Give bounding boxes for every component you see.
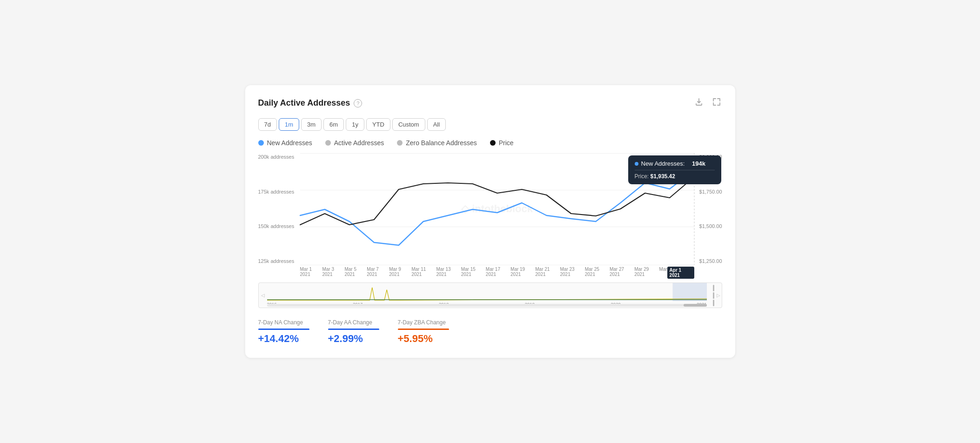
filter-6m[interactable]: 6m <box>323 118 344 131</box>
filter-1y[interactable]: 1y <box>346 118 364 131</box>
grid-line-4 <box>300 265 694 265</box>
legend-dot-price <box>490 140 496 146</box>
mini-chart-svg <box>267 283 707 301</box>
stat-na-value: +14.42% <box>258 333 309 345</box>
x-label-2: Mar 5 2021 <box>344 267 367 279</box>
hover-dot-black <box>692 175 697 179</box>
stat-zba-label: 7-Day ZBA Change <box>398 319 449 326</box>
header-actions <box>693 96 722 110</box>
legend-active-addresses: Active Addresses <box>325 139 384 147</box>
legend-label-new: New Addresses <box>267 139 312 147</box>
y-right-1750: $1,750.00 <box>694 189 722 195</box>
x-label-11: Mar 23 2021 <box>560 267 585 279</box>
legend-label-price: Price <box>499 139 514 147</box>
mini-left-handle[interactable]: ◁ <box>259 283 267 308</box>
stat-aa-value: +2.99% <box>328 333 379 345</box>
y-right-2000: $2,000.00 <box>694 154 722 160</box>
stat-na-bar <box>258 329 309 330</box>
y-label-175k: 175k addresses <box>258 189 300 195</box>
mini-chart[interactable]: ◁ 2016 2017 2018 2019 2020 2021 ▷ <box>258 282 722 308</box>
legend-new-addresses: New Addresses <box>258 139 312 147</box>
x-label-5: Mar 11 2021 <box>411 267 436 279</box>
legend-dot-new <box>258 140 264 146</box>
x-label-7: Mar 15 2021 <box>461 267 486 279</box>
x-label-8: Mar 17 2021 <box>486 267 510 279</box>
x-label-9: Mar 19 2021 <box>510 267 535 279</box>
stat-na-change: 7-Day NA Change +14.42% <box>258 319 309 345</box>
y-right-1250: $1,250.00 <box>694 258 722 264</box>
stats-section: 7-Day NA Change +14.42% 7-Day AA Change … <box>258 319 722 345</box>
dashboard-card: Daily Active Addresses ? 7d 1m 3m 6m 1y … <box>245 85 735 358</box>
hover-dot-blue <box>692 168 697 173</box>
chart-legend: New Addresses Active Addresses Zero Bala… <box>258 139 722 147</box>
chart-svg <box>300 153 694 265</box>
y-label-200k: 200k addresses <box>258 154 300 160</box>
help-icon[interactable]: ? <box>354 99 362 107</box>
main-chart-area: 200k addresses 175k addresses 150k addre… <box>258 153 722 265</box>
legend-dot-zero <box>397 140 403 146</box>
x-label-16: Apr 1 2021 <box>667 267 694 279</box>
x-label-3: Mar 7 2021 <box>367 267 389 279</box>
y-label-125k: 125k addresses <box>258 258 300 264</box>
x-label-6: Mar 13 2021 <box>436 267 461 279</box>
mini-right-handle[interactable]: ▷ <box>715 283 722 308</box>
legend-dot-active <box>325 140 331 146</box>
mini-yellow-line <box>267 288 707 300</box>
card-header: Daily Active Addresses ? <box>258 96 722 110</box>
filter-7d[interactable]: 7d <box>258 118 277 131</box>
header-left: Daily Active Addresses ? <box>258 98 362 108</box>
expand-icon <box>712 97 721 107</box>
scroll-bar-3 <box>713 300 714 306</box>
chart-title: Daily Active Addresses <box>258 98 350 108</box>
x-axis: Mar 1 2021 Mar 3 2021 Mar 5 2021 Mar 7 2… <box>300 267 694 279</box>
y-axis-right: $2,000.00 $1,750.00 $1,500.00 $1,250.00 <box>694 153 722 265</box>
stat-zba-bar <box>398 329 449 330</box>
x-label-0: Mar 1 2021 <box>300 267 322 279</box>
x-label-4: Mar 9 2021 <box>389 267 411 279</box>
y-right-1500: $1,500.00 <box>694 223 722 229</box>
filter-ytd[interactable]: YTD <box>366 118 390 131</box>
mini-scrollbar-thumb[interactable] <box>684 304 707 307</box>
stat-na-label: 7-Day NA Change <box>258 319 309 326</box>
y-axis-left: 200k addresses 175k addresses 150k addre… <box>258 153 300 265</box>
filter-1m[interactable]: 1m <box>279 118 299 131</box>
filter-3m[interactable]: 3m <box>301 118 322 131</box>
x-label-12: Mar 25 2021 <box>585 267 610 279</box>
expand-button[interactable] <box>711 96 722 110</box>
mini-selection <box>672 283 707 301</box>
stat-aa-change: 7-Day AA Change +2.99% <box>328 319 379 345</box>
download-icon <box>694 97 704 107</box>
filter-all[interactable]: All <box>427 118 446 131</box>
x-label-10: Mar 21 2021 <box>535 267 560 279</box>
legend-zero-balance: Zero Balance Addresses <box>397 139 477 147</box>
download-button[interactable] <box>693 96 705 110</box>
x-label-15: Mar <box>659 267 667 279</box>
legend-label-active: Active Addresses <box>334 139 384 147</box>
stat-aa-label: 7-Day AA Change <box>328 319 379 326</box>
x-label-14: Mar 29 2021 <box>634 267 659 279</box>
time-filters: 7d 1m 3m 6m 1y YTD Custom All <box>258 118 722 131</box>
blue-line <box>300 170 694 245</box>
scroll-bar-1 <box>713 285 714 291</box>
filter-custom[interactable]: Custom <box>392 118 425 131</box>
mini-chart-inner <box>267 283 707 301</box>
x-label-1: Mar 3 2021 <box>322 267 344 279</box>
chart-svg-container: ◇ intotheblock <box>300 153 694 265</box>
stat-zba-value: +5.95% <box>398 333 449 345</box>
stat-zba-change: 7-Day ZBA Change +5.95% <box>398 319 449 345</box>
stat-aa-bar <box>328 329 379 330</box>
x-label-13: Mar 27 2021 <box>610 267 634 279</box>
black-line <box>300 177 694 225</box>
legend-label-zero: Zero Balance Addresses <box>406 139 477 147</box>
y-label-150k: 150k addresses <box>258 223 300 229</box>
scroll-bar-2 <box>713 292 714 299</box>
legend-price: Price <box>490 139 514 147</box>
mini-scrollbar-track[interactable] <box>267 304 707 307</box>
